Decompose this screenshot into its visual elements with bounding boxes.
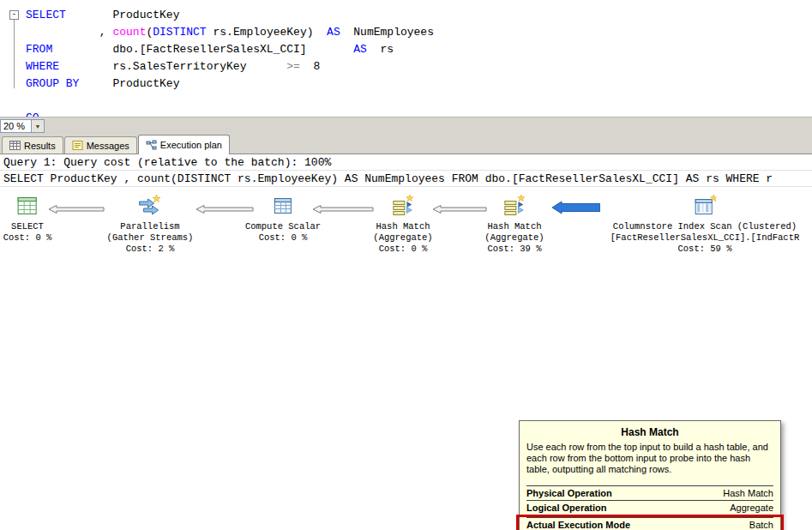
code-token: SELECT (26, 9, 66, 21)
code-area[interactable]: SELECT ProductKey , count(DISTINCT rs.Em… (26, 7, 434, 117)
compute-scalar-icon[interactable] (271, 194, 295, 218)
plan-caption-line: Parallelism (107, 221, 194, 232)
plan-caption-line: Columnstore Index Scan (Clustered) (611, 221, 800, 232)
execution-mode-highlight-box: Actual Execution ModeBatchEstimated Exec… (516, 515, 784, 530)
plan-caption-line: Cost: 2 % (107, 244, 194, 255)
tab-label: Results (24, 141, 56, 151)
tooltip-row: Logical OperationAggregate (526, 500, 773, 515)
plan-caption-line: SELECT (3, 221, 52, 232)
query-cost-line: Query 1: Query cost (relative to the bat… (0, 154, 812, 171)
code-token: rs.EmployeeKey) (207, 26, 327, 39)
plan-caption-line: Cost: 39 % (484, 244, 544, 255)
tooltip-row: Physical OperationHash Match (526, 485, 773, 500)
ssms-window: - SELECT ProductKey , count(DISTINCT rs.… (0, 0, 812, 530)
hash-match-tooltip: Hash Match Use each row from the top inp… (519, 420, 781, 530)
messages-icon (72, 140, 83, 151)
code-line: FROM dbo.[FactResellerSalesXL_CCI] AS rs (26, 41, 434, 58)
code-token: rs (367, 43, 394, 56)
tooltip-row-label: Physical Operation (526, 488, 612, 498)
code-token: , (26, 26, 112, 39)
tooltip-title: Hash Match (526, 426, 773, 438)
zoom-dropdown[interactable]: 20 % ▼ (0, 119, 45, 133)
tooltip-row-value: Hash Match (723, 488, 773, 498)
code-line: GO (26, 110, 434, 117)
plan-node-hash-match[interactable]: Hash Match(Aggregate)Cost: 0 % (373, 194, 432, 255)
tooltip-row-value: Batch (749, 520, 773, 530)
code-token: DISTINCT (153, 26, 206, 39)
select-icon[interactable] (15, 194, 39, 218)
collapse-region-line (14, 20, 15, 88)
plan-node-select[interactable]: SELECTCost: 0 % (3, 194, 52, 244)
code-token: FROM (26, 43, 52, 56)
plan-caption-line: (Aggregate) (373, 232, 432, 244)
row-flow-arrow[interactable] (48, 202, 105, 218)
sql-editor[interactable]: - SELECT ProductKey , count(DISTINCT rs.… (0, 0, 812, 117)
plan-node-compute-scalar[interactable]: Compute ScalarCost: 0 % (245, 194, 321, 244)
hash-match-icon[interactable] (391, 194, 415, 218)
results-tab-bar: Results Messages Execution plan (0, 134, 812, 154)
row-flow-arrow[interactable] (195, 202, 254, 218)
code-token: >= (286, 60, 300, 73)
code-token: NumEmployees (340, 26, 434, 39)
tooltip-row-label: Actual Execution Mode (526, 520, 630, 530)
editor-bottom-strip: 20 % ▼ (0, 117, 812, 134)
row-flow-arrow[interactable] (432, 202, 487, 218)
plan-caption-line: Hash Match (373, 221, 432, 232)
plan-node-parallelism[interactable]: Parallelism(Gather Streams)Cost: 2 % (107, 194, 194, 255)
plan-caption-line: Cost: 59 % (611, 244, 800, 255)
chevron-down-icon[interactable]: ▼ (31, 120, 44, 132)
tab-label: Messages (87, 141, 129, 151)
tab-execution-plan[interactable]: Execution plan (138, 135, 230, 154)
plan-caption-line: (Aggregate) (484, 232, 544, 244)
plan-node-caption: Hash Match(Aggregate)Cost: 0 % (373, 221, 432, 255)
code-token: 8 (300, 60, 320, 73)
plan-node-caption: Parallelism(Gather Streams)Cost: 2 % (107, 221, 194, 255)
tab-label: Execution plan (160, 140, 222, 150)
tooltip-row-label: Logical Operation (526, 503, 607, 513)
results-grid-icon (9, 140, 21, 151)
plan-caption-line: Compute Scalar (245, 221, 321, 232)
zoom-value: 20 % (1, 121, 31, 131)
row-flow-arrow[interactable] (312, 202, 374, 218)
execution-plan-icon (146, 140, 157, 151)
code-line: SELECT ProductKey (26, 7, 434, 24)
tab-messages[interactable]: Messages (64, 136, 137, 154)
code-token: rs.SalesTerritoryKey (59, 60, 286, 73)
code-line (26, 93, 434, 110)
plan-caption-line: Hash Match (484, 221, 544, 232)
tooltip-rows: Physical OperationHash MatchLogical Oper… (526, 485, 773, 530)
code-token: AS (353, 43, 367, 56)
execution-plan-pane: Query 1: Query cost (relative to the bat… (0, 154, 812, 530)
tooltip-row: Actual Execution ModeBatch (526, 517, 773, 530)
plan-caption-line: (Gather Streams) (107, 232, 194, 244)
plan-caption-line: [FactResellerSalesXL_CCI].[IndFactR (611, 232, 800, 244)
tab-results[interactable]: Results (2, 136, 63, 154)
plan-caption-line: Cost: 0 % (373, 244, 432, 255)
parallelism-icon[interactable] (138, 194, 162, 218)
plan-node-columnstore-scan[interactable]: Columnstore Index Scan (Clustered)[FactR… (611, 194, 800, 255)
plan-node-caption: Columnstore Index Scan (Clustered)[FactR… (611, 221, 800, 255)
plan-node-caption: SELECTCost: 0 % (3, 221, 52, 244)
code-line: GROUP BY ProductKey (26, 75, 434, 93)
code-token: GROUP BY (26, 77, 79, 90)
plan-canvas: SELECTCost: 0 %Parallelism(Gather Stream… (0, 194, 812, 280)
code-token: count (112, 26, 146, 39)
code-token: dbo.[FactResellerSalesXL_CCI] (52, 43, 353, 56)
row-flow-arrow-thick[interactable] (552, 201, 600, 218)
collapse-region-toggle[interactable]: - (9, 10, 19, 20)
plan-node-caption: Hash Match(Aggregate)Cost: 39 % (484, 221, 544, 255)
query-statement-line: SELECT ProductKey , count(DISTINCT rs.Em… (0, 171, 812, 187)
tooltip-description: Use each row from the top input to build… (526, 442, 773, 475)
code-line: WHERE rs.SalesTerritoryKey >= 8 (26, 58, 434, 75)
code-token: AS (327, 26, 340, 39)
plan-caption-line: Cost: 0 % (245, 232, 321, 244)
code-token: ProductKey (79, 77, 179, 90)
columnstore-scan-icon[interactable] (693, 194, 717, 218)
code-token: WHERE (26, 60, 59, 73)
code-line: , count(DISTINCT rs.EmployeeKey) AS NumE… (26, 24, 434, 41)
tooltip-row-value: Aggregate (730, 503, 773, 513)
hash-match-icon[interactable] (502, 194, 526, 218)
plan-node-caption: Compute ScalarCost: 0 % (245, 221, 321, 244)
code-token: ProductKey (66, 9, 180, 21)
plan-node-hash-match[interactable]: Hash Match(Aggregate)Cost: 39 % (484, 194, 544, 255)
